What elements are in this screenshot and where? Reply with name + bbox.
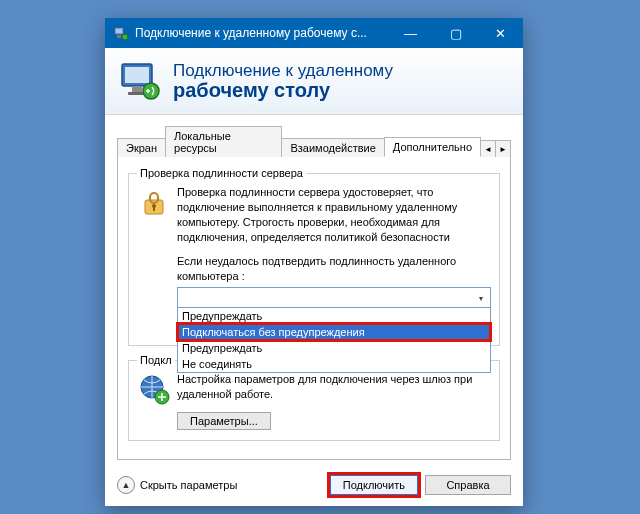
rdc-icon — [119, 59, 163, 103]
svg-rect-2 — [117, 35, 121, 38]
titlebar: Подключение к удаленному рабочему с... —… — [105, 18, 523, 48]
group-server-auth: Проверка подлинности сервера Проверка по… — [128, 167, 500, 346]
tabstrip: Экран Локальные ресурсы Взаимодействие Д… — [117, 125, 511, 157]
tab-screen[interactable]: Экран — [117, 138, 166, 157]
tab-scroll-right[interactable]: ► — [495, 141, 510, 157]
chevron-down-icon: ▾ — [472, 294, 490, 303]
dialog-header: Подключение к удаленному рабочему столу — [105, 48, 523, 115]
tab-experience[interactable]: Взаимодействие — [281, 138, 384, 157]
tab-local-resources[interactable]: Локальные ресурсы — [165, 126, 282, 157]
gateway-text: Настройка параметров для подключения чер… — [177, 372, 491, 402]
app-icon — [113, 25, 129, 41]
header-line2: рабочему столу — [173, 79, 393, 102]
close-button[interactable]: ✕ — [478, 18, 523, 48]
svg-rect-1 — [116, 29, 123, 34]
gateway-settings-button[interactable]: Параметры... — [177, 412, 271, 430]
tabpanel-advanced: Проверка подлинности сервера Проверка по… — [117, 157, 511, 460]
svg-rect-6 — [132, 86, 142, 92]
help-button[interactable]: Справка — [425, 475, 511, 495]
svg-rect-12 — [153, 206, 155, 211]
tab-scroll-left[interactable]: ◄ — [481, 141, 495, 157]
dialog-footer: ▲ Скрыть параметры Подключить Справка — [105, 466, 523, 506]
svg-rect-5 — [125, 67, 149, 83]
window-title: Подключение к удаленному рабочему с... — [135, 26, 388, 40]
dd-option-3[interactable]: Не соединять — [178, 356, 490, 372]
connect-button[interactable]: Подключить — [329, 474, 419, 496]
auth-fail-label: Если неудалось подтвердить подлинность у… — [177, 254, 491, 283]
header-title: Подключение к удаленному рабочему столу — [173, 61, 393, 102]
auth-action-dropdown-box[interactable]: ▾ — [177, 287, 491, 309]
group-gateway-legend: Подкл — [137, 354, 175, 366]
lock-icon — [137, 185, 171, 219]
hide-options-label: Скрыть параметры — [140, 479, 237, 491]
dd-option-2[interactable]: Предупреждать — [178, 340, 490, 356]
hide-options-button[interactable]: ▲ Скрыть параметры — [117, 476, 237, 494]
rdc-dialog: Подключение к удаленному рабочему с... —… — [105, 18, 523, 506]
svg-point-8 — [143, 83, 159, 99]
minimize-button[interactable]: — — [388, 18, 433, 48]
chevron-up-icon: ▲ — [117, 476, 135, 494]
tab-advanced[interactable]: Дополнительно — [384, 137, 481, 157]
auth-action-dropdown-list: Предупреждать Подключаться без предупреж… — [177, 307, 491, 373]
server-auth-text: Проверка подлинности сервера удостоверяе… — [177, 185, 491, 244]
dd-option-0[interactable]: Предупреждать — [178, 308, 490, 324]
group-server-auth-legend: Проверка подлинности сервера — [137, 167, 306, 179]
auth-action-dropdown[interactable]: ▾ Предупреждать Подключаться без предупр… — [177, 287, 491, 309]
tab-scroll-arrows: ◄ ► — [480, 140, 511, 157]
svg-point-3 — [122, 34, 128, 40]
header-line1: Подключение к удаленному — [173, 61, 393, 81]
dialog-body: Экран Локальные ресурсы Взаимодействие Д… — [105, 115, 523, 466]
dd-option-1[interactable]: Подключаться без предупреждения — [178, 324, 490, 340]
globe-icon — [137, 372, 171, 406]
maximize-button[interactable]: ▢ — [433, 18, 478, 48]
